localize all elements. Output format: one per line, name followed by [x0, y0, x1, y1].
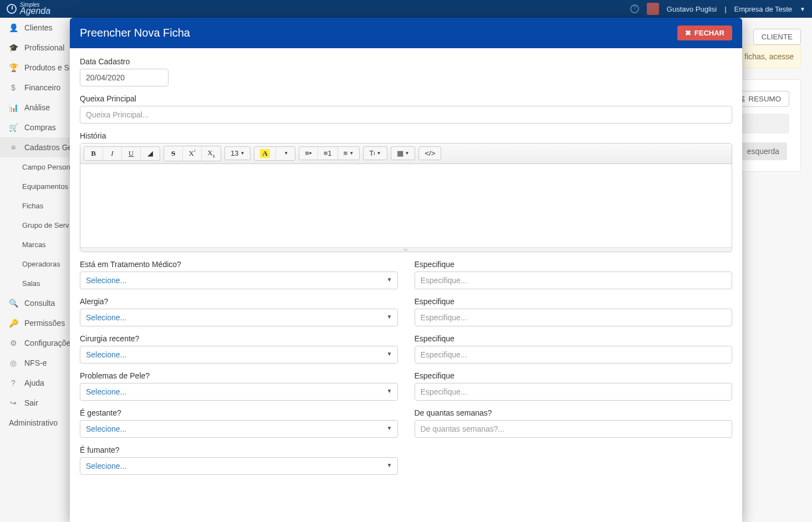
- avatar[interactable]: [647, 3, 659, 15]
- company-name[interactable]: Empresa de Teste: [734, 5, 793, 13]
- user-name[interactable]: Gustavo Puglisi: [667, 5, 717, 13]
- clock-icon: [7, 4, 17, 14]
- chevron-down-icon[interactable]: ▼: [800, 6, 805, 12]
- brand-text-bottom: Agenda: [20, 7, 50, 15]
- top-navbar: Simples Agenda Gustavo Puglisi | Empresa…: [0, 0, 812, 18]
- separator: |: [724, 5, 726, 13]
- help-icon[interactable]: [630, 4, 639, 13]
- brand-logo[interactable]: Simples Agenda: [7, 2, 50, 15]
